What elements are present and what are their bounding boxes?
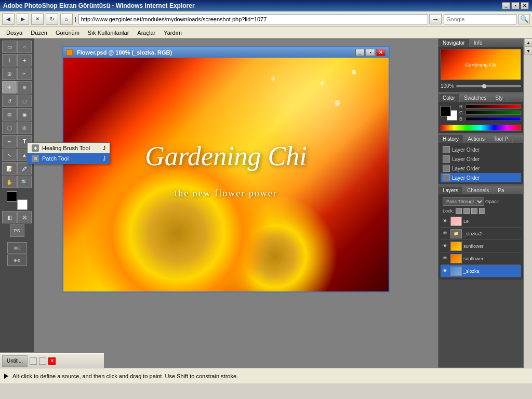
tool-presets-tab[interactable]: Tool P [489,135,513,143]
blend-mode-select[interactable]: Pass Through [443,197,484,206]
menu-yardim[interactable]: Yardım [159,29,186,37]
fg-color-box[interactable] [441,106,451,116]
context-menu-item-patch[interactable]: ⊡ Patch Tool J [28,153,110,164]
ps-minimize-button[interactable]: _ [355,49,365,56]
forward-button[interactable]: ▶ [17,14,29,25]
lock-move-icon[interactable] [471,208,477,214]
history-item-1[interactable]: Layer Order [441,145,521,154]
scroll-down-button[interactable]: ▼ [524,47,532,55]
layer-item-4[interactable]: 👁 sunflower [441,252,521,265]
close-button[interactable]: ✕ [521,2,529,9]
gradient-tool[interactable]: ▤ [2,108,17,121]
go-button[interactable]: → [429,14,442,24]
tool-group-lasso: ⌇ ✦ [2,54,32,66]
layer-eye-5[interactable]: 👁 [443,268,449,274]
history-content: Layer Order Layer Order Layer Order Laye… [438,143,523,184]
menu-duzen[interactable]: Düzen [26,29,51,37]
layer-eye-4[interactable]: 👁 [443,256,449,262]
zoom-slider-handle[interactable] [482,84,486,88]
ps-maximize-button[interactable]: ▪ [366,49,375,56]
search-button[interactable]: 🔍 [518,14,530,24]
layer-item-1[interactable]: 👁 Le [441,215,521,228]
blur-tool[interactable]: ◉ [17,108,32,121]
navigator-panel-header: Navigator Info [438,39,523,47]
toolbar-extra-2[interactable]: ⊕⊗ [7,255,27,266]
history-brush-tool[interactable]: ↺ [2,95,17,107]
magic-wand-tool[interactable]: ✦ [17,54,32,66]
address-input[interactable] [78,14,428,24]
layer-eye-3[interactable]: 👁 [443,243,449,249]
paths-tab[interactable]: Pa [494,187,509,194]
history-item-3[interactable]: Layer Order [441,164,521,173]
notes-tool[interactable]: 📝 [2,162,17,175]
ps-window-buttons: _ ▪ ✕ [355,49,385,56]
healing-brush-tool[interactable]: ✚ [2,81,17,94]
marquee-tool[interactable]: ▭ [2,41,17,53]
taskbar-minimize-icon[interactable] [30,357,37,365]
path-select-tool[interactable]: ↖ [2,149,17,161]
history-item-2[interactable]: Layer Order [441,154,521,164]
taskbar-close-icon[interactable]: ✕ [48,357,56,365]
layers-tab[interactable]: Layers [438,187,463,194]
layer-item-2[interactable]: 👁 📁 _slozka2 [441,228,521,240]
ps-close-button[interactable]: ✕ [376,49,385,56]
taskbar-maximize-icon[interactable] [39,357,46,365]
lock-all-icon[interactable] [479,208,485,214]
search-input[interactable] [444,14,516,24]
r-slider[interactable] [466,104,521,109]
taskbar-document-button[interactable]: Untitl... [2,355,28,367]
quick-mask-mode[interactable]: ◧ [2,211,17,223]
screen-mode[interactable]: ⊠ [17,211,32,223]
layer-item-5[interactable]: 👁 _slozka [441,265,521,277]
lock-brush-icon[interactable] [463,208,470,214]
menu-dosya[interactable]: Dosya [2,29,26,37]
layer-eye-2[interactable]: 👁 [443,231,449,237]
dodge-tool[interactable]: ◯ [2,122,17,134]
lasso-tool[interactable]: ⌇ [2,54,17,66]
slice-tool[interactable]: ✂ [17,68,32,80]
navigator-tab[interactable]: Navigator [438,39,470,47]
b-slider[interactable] [466,117,521,121]
jump-to-ps[interactable]: PS [10,224,24,237]
scrollbar-right[interactable]: ▲ ▼ [524,38,532,368]
background-color-swatch[interactable] [17,200,28,210]
eraser-tool[interactable]: ◻ [17,95,32,107]
menu-sik[interactable]: Sık Kullanılanlar [84,29,134,37]
history-item-4[interactable]: Layer Order [441,173,521,182]
zoom-slider[interactable] [456,85,521,87]
g-slider[interactable] [466,111,521,115]
color-tab[interactable]: Color [438,94,460,102]
refresh-button[interactable]: ↻ [46,14,58,25]
context-menu-item-heal[interactable]: ✚ Healing Brush Tool J [28,143,110,153]
marquee-tool-2[interactable]: ○ [17,41,32,53]
nav-preview[interactable]: Gardening Chi [441,49,521,80]
history-tab[interactable]: History [438,135,463,143]
menu-araclar[interactable]: Araçlar [133,29,159,37]
layer-eye-1[interactable]: 👁 [443,218,449,224]
foreground-color-swatch[interactable] [7,191,17,202]
hand-tool[interactable]: ✋ [2,176,17,188]
minimize-button[interactable]: _ [502,2,510,9]
menu-gorunum[interactable]: Görünüm [51,29,84,37]
styles-tab[interactable]: Sty [491,94,507,102]
fg-bg-color-display[interactable] [441,106,457,121]
crop-tool[interactable]: ⊞ [2,68,17,80]
home-button[interactable]: ⌂ [60,14,73,25]
scroll-up-button[interactable]: ▲ [524,38,532,47]
swatches-tab[interactable]: Swatches [460,94,491,102]
toolbar-extra-1[interactable]: ⊞⊟ [7,242,27,254]
channels-tab[interactable]: Channels [463,187,494,194]
stop-button[interactable]: ✕ [31,14,44,25]
color-selector[interactable] [7,191,28,210]
back-button[interactable]: ◀ [2,14,15,25]
layer-item-3[interactable]: 👁 sunflower [441,240,521,252]
actions-tab[interactable]: Actions [463,135,489,143]
lock-transparency-icon[interactable] [456,208,462,214]
info-tab[interactable]: Info [470,39,487,47]
burn-tool[interactable]: ◎ [17,122,32,134]
color-spectrum-bar[interactable] [441,125,521,131]
maximize-button[interactable]: ▪ [511,2,520,9]
stamp-tool[interactable]: ⊕ [17,81,32,94]
zoom-tool[interactable]: 🔍 [17,176,32,188]
pen-tool[interactable]: ✒ [2,135,17,148]
